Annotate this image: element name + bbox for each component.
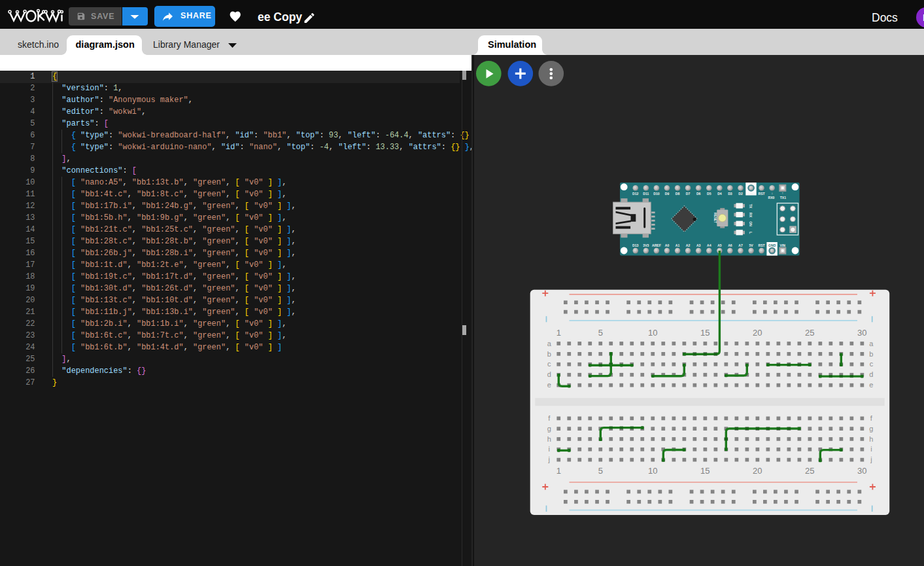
svg-text:A2: A2 (686, 243, 691, 247)
svg-text:15: 15 (700, 328, 710, 338)
svg-text:5V: 5V (749, 243, 753, 247)
svg-text:c: c (870, 360, 874, 368)
svg-text:A7: A7 (738, 243, 743, 247)
svg-text:TX: TX (749, 204, 753, 209)
svg-text:GND: GND (747, 192, 755, 196)
svg-text:1: 1 (556, 466, 561, 476)
svg-text:D9: D9 (665, 192, 670, 196)
svg-text:D7: D7 (686, 192, 691, 196)
svg-text:5: 5 (598, 466, 603, 476)
svg-text:A3: A3 (696, 243, 701, 247)
svg-text:A0: A0 (665, 243, 670, 247)
svg-text:↓: ↓ (771, 191, 773, 195)
svg-text:A4: A4 (707, 243, 711, 247)
svg-text:AREF: AREF (652, 243, 661, 247)
svg-text:VIN: VIN (780, 243, 786, 247)
svg-text:b: b (547, 350, 551, 358)
svg-text:D10: D10 (653, 192, 660, 196)
svg-text:d: d (547, 370, 551, 378)
svg-text:30: 30 (857, 466, 866, 476)
svg-text:↑: ↑ (782, 191, 784, 195)
svg-text:RX0: RX0 (768, 196, 775, 200)
svg-text:D11: D11 (643, 192, 649, 196)
svg-text:GND: GND (768, 243, 776, 247)
svg-text:D12: D12 (632, 192, 639, 196)
svg-text:RST: RST (759, 243, 766, 247)
svg-text:j: j (548, 455, 550, 463)
svg-text:TX1: TX1 (780, 196, 787, 200)
svg-text:RESET: RESET (713, 213, 717, 223)
svg-text:15: 15 (700, 466, 710, 476)
svg-text:a: a (547, 340, 552, 347)
svg-text:A6: A6 (728, 243, 732, 247)
svg-text:RX: RX (749, 213, 753, 218)
svg-text:A5: A5 (717, 243, 722, 247)
svg-text:3V3: 3V3 (643, 243, 649, 247)
svg-text:D2: D2 (738, 192, 743, 196)
svg-text:5: 5 (598, 328, 603, 338)
svg-text:i: i (549, 445, 550, 453)
svg-text:D3: D3 (728, 192, 732, 196)
svg-text:30: 30 (857, 328, 866, 338)
svg-text:h: h (547, 435, 551, 443)
svg-text:25: 25 (805, 328, 814, 338)
svg-text:d: d (869, 370, 873, 378)
svg-text:e: e (869, 381, 873, 389)
svg-text:D8: D8 (676, 192, 680, 196)
svg-text:25: 25 (805, 466, 814, 476)
svg-text:L: L (749, 232, 753, 234)
svg-text:A1: A1 (676, 243, 680, 247)
svg-text:g: g (547, 425, 551, 433)
svg-text:10: 10 (648, 328, 657, 338)
svg-text:D13: D13 (632, 243, 639, 247)
svg-text:c: c (547, 360, 551, 368)
svg-text:1: 1 (556, 328, 561, 338)
svg-text:ON: ON (749, 221, 753, 226)
svg-text:20: 20 (753, 328, 762, 338)
svg-text:i: i (870, 445, 872, 453)
svg-text:a: a (869, 340, 874, 347)
svg-text:b: b (869, 350, 873, 358)
svg-text:j: j (870, 455, 872, 463)
svg-text:D5: D5 (707, 192, 711, 196)
svg-text:h: h (869, 435, 873, 443)
svg-text:D6: D6 (696, 192, 701, 196)
svg-text:RST: RST (759, 192, 766, 196)
svg-text:e: e (547, 381, 551, 389)
svg-text:g: g (869, 425, 873, 433)
svg-text:D4: D4 (717, 192, 722, 196)
svg-text:10: 10 (648, 466, 657, 476)
svg-text:20: 20 (753, 466, 762, 476)
